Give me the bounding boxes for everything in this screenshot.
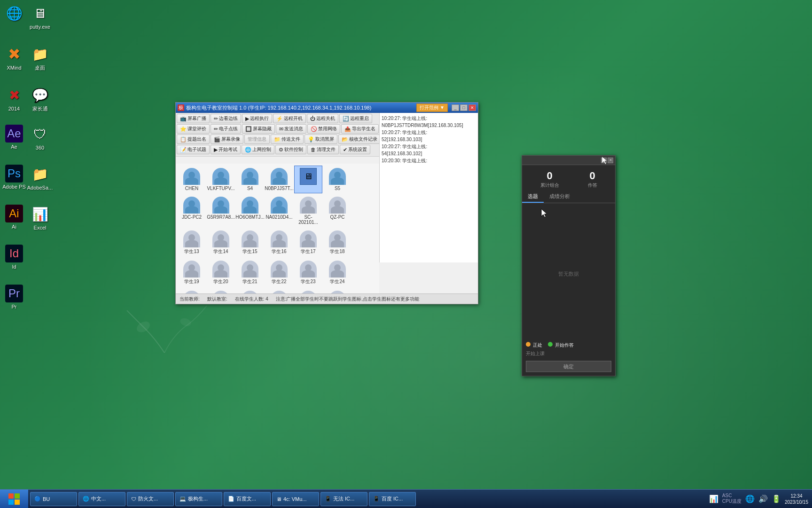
disable-net-btn[interactable]: 🚫禁用网络 <box>307 124 340 134</box>
student-S5[interactable]: S5 <box>323 166 351 193</box>
desktop-icon-ps[interactable]: Ps Adobe PS <box>0 165 28 190</box>
remote-shutdown-btn[interactable]: ⏻远程关机 <box>307 114 338 123</box>
software-ctrl-btn[interactable]: ⚙软件控制 <box>275 145 306 154</box>
collect-file-btn[interactable]: 📂核收文件记录 <box>338 135 381 144</box>
desktop-icon-excel[interactable]: 📊 Excel <box>26 205 54 231</box>
student-22[interactable]: 学生22 <box>265 258 293 287</box>
student-24[interactable]: 学生24 <box>323 258 351 287</box>
taskbar-item-vm[interactable]: 🖥 4c: VMu... <box>272 492 319 506</box>
rp-tab-analysis[interactable]: 成绩分析 <box>544 191 576 203</box>
tray-network-icon[interactable]: 🌐 <box>745 494 755 503</box>
student-avatar-15 <box>242 230 258 247</box>
clean-file-btn[interactable]: 🗑清理文件 <box>307 145 339 154</box>
desktop-icon-adobe[interactable]: 📁 AdobeSa... <box>26 165 54 191</box>
elec-exercise-btn[interactable]: ✏电子点练 <box>211 124 241 134</box>
start-exam-btn[interactable]: ▶开始考试 <box>211 145 241 154</box>
send-msg-btn[interactable]: ✉发送消息 <box>276 124 306 134</box>
screen-record-btn[interactable]: 🎬屏幕录像 <box>211 135 243 144</box>
student-avatar-jdc <box>183 197 200 214</box>
desktop-icon-qq[interactable]: 💬 家长通 <box>26 86 54 112</box>
internet-ctrl-btn[interactable]: 🌐上网控制 <box>242 145 274 154</box>
desktop-icon-ie[interactable]: 🌐 <box>0 4 28 24</box>
student-13[interactable]: 学生13 <box>178 228 206 257</box>
student-21[interactable]: 学生21 <box>236 258 264 287</box>
mgmt-info-btn[interactable]: 管理信息 <box>244 135 270 144</box>
open-sample-btn[interactable]: 打开范例 ▼ <box>416 103 448 112</box>
student-CHEN[interactable]: CHEN <box>178 166 206 193</box>
student-SC[interactable]: SC-202101... <box>294 194 322 227</box>
desktop-icon-xmind[interactable]: ✖ XMind <box>0 45 28 71</box>
student-N0BP[interactable]: N0BPJJS7T... <box>265 166 293 193</box>
desktop-icon-ai[interactable]: Ai Ai <box>0 205 28 230</box>
taskbar-item-app[interactable]: 💻 极构生... <box>175 492 222 506</box>
screen-hide-btn[interactable]: 🔲屏幕隐藏 <box>242 124 275 134</box>
desktop-icon-pr[interactable]: Pr Pr <box>0 285 28 310</box>
rp-answer-label: 作答 <box>588 182 597 189</box>
taskbar-item-chinese[interactable]: 🌐 中文... <box>78 492 125 506</box>
student-16[interactable]: 学生16 <box>265 228 293 257</box>
desktop-icon-folder[interactable]: 📁 桌面 <box>26 45 54 71</box>
student-G5R[interactable]: G5R9R7A8... <box>207 194 235 227</box>
taskbar-item-network[interactable]: 📱 无法 IC... <box>320 492 367 506</box>
student-selected[interactable]: 🖥 <box>294 166 322 193</box>
exam-icon: 📝 <box>180 147 187 153</box>
minimize-button[interactable]: _ <box>452 104 459 111</box>
student-29[interactable]: 学生29 <box>294 288 322 294</box>
student-23[interactable]: 学生23 <box>294 258 322 287</box>
student-19[interactable]: 学生19 <box>178 258 206 287</box>
maximize-button[interactable]: □ <box>460 104 468 111</box>
student-HO6[interactable]: HO6O8MTJ... <box>236 194 264 227</box>
student-grid-inner: CHEN VLKFTUPV... S4 N0BPJJS7T... 🖥 S5 <box>176 164 379 294</box>
remote-exec-btn[interactable]: ▶远程执行 <box>242 114 272 123</box>
student-15[interactable]: 学生15 <box>236 228 264 257</box>
settings-btn[interactable]: ✔系统设置 <box>340 145 370 154</box>
rp-legend: 正处 开始作答 <box>526 342 611 349</box>
rp-minimize-btn[interactable]: _ <box>601 158 607 163</box>
remote-restart-btn[interactable]: 🔄远程重启 <box>339 114 372 123</box>
close-button[interactable]: ✕ <box>468 104 476 111</box>
current-teacher-label: 当前教师: <box>180 296 200 302</box>
evaluation-btn[interactable]: ⭐课堂评价 <box>177 124 210 134</box>
student-27[interactable]: 学生27 <box>236 288 264 294</box>
send-file-btn[interactable]: 📁传送文件 <box>271 135 304 144</box>
taskbar-item-bu[interactable]: 🔵 BU <box>30 492 77 506</box>
ps-icon: Ps <box>5 165 23 183</box>
student-30[interactable]: 学生30 <box>323 288 351 294</box>
tray-sound-icon[interactable]: 🔊 <box>758 494 768 503</box>
student-NA0[interactable]: NA0210D4... <box>265 194 293 227</box>
desktop-icon-ae[interactable]: Ae Ae <box>0 125 28 150</box>
student-QZ[interactable]: QZ-PC <box>323 194 351 227</box>
tray-asc-icon[interactable]: 📊 <box>709 494 718 503</box>
student-28[interactable]: 学生28 <box>265 288 293 294</box>
student-avatar-s4 <box>242 168 258 185</box>
record-icon: 🎬 <box>214 136 220 143</box>
remote-power-btn[interactable]: ⚡远程开机 <box>273 114 306 123</box>
start-button[interactable] <box>0 490 28 508</box>
student-18[interactable]: 学生18 <box>323 228 351 257</box>
taskbar-item-firewall[interactable]: 🛡 防火文... <box>127 492 174 506</box>
taskbar-item-baidu2[interactable]: 📱 百度 IC... <box>369 492 416 506</box>
student-VLKFTUPV[interactable]: VLKFTUPV... <box>207 166 235 193</box>
desktop-icon-360[interactable]: 🛡 360 <box>26 125 54 151</box>
rp-tab-question[interactable]: 选题 <box>522 191 544 203</box>
cancel-black-btn[interactable]: 💡取消黑屏 <box>304 135 337 144</box>
watch-practice-btn[interactable]: ✏边看边练 <box>211 114 241 123</box>
rp-confirm-button[interactable]: 确定 <box>526 361 611 372</box>
desktop-icon-2014[interactable]: ✖ 2014 <box>0 86 28 112</box>
question-btn[interactable]: 📋提题出名 <box>177 135 210 144</box>
desktop-icon-id[interactable]: Id Id <box>0 245 28 270</box>
taskbar-item-baidu[interactable]: 📄 百度文... <box>224 492 271 506</box>
student-14[interactable]: 学生14 <box>207 228 235 257</box>
desktop-icon-putty[interactable]: 🖥 putty.exe <box>26 4 54 30</box>
elec-exam-btn[interactable]: 📝电子试题 <box>177 145 210 154</box>
export-student-btn[interactable]: 📤导出学生名 <box>341 124 379 134</box>
student-25[interactable]: 学生25 <box>178 288 206 294</box>
student-26[interactable]: 学生26 <box>207 288 235 294</box>
tray-battery-icon[interactable]: 🔋 <box>772 494 781 503</box>
rp-close-btn[interactable]: ✕ <box>608 158 613 163</box>
student-JDC[interactable]: JDC-PC2 <box>178 194 206 227</box>
student-17[interactable]: 学生17 <box>294 228 322 257</box>
broadcast-btn[interactable]: 📺屏幕广播 <box>177 114 210 123</box>
student-20[interactable]: 学生20 <box>207 258 235 287</box>
student-S4[interactable]: S4 <box>236 166 264 193</box>
